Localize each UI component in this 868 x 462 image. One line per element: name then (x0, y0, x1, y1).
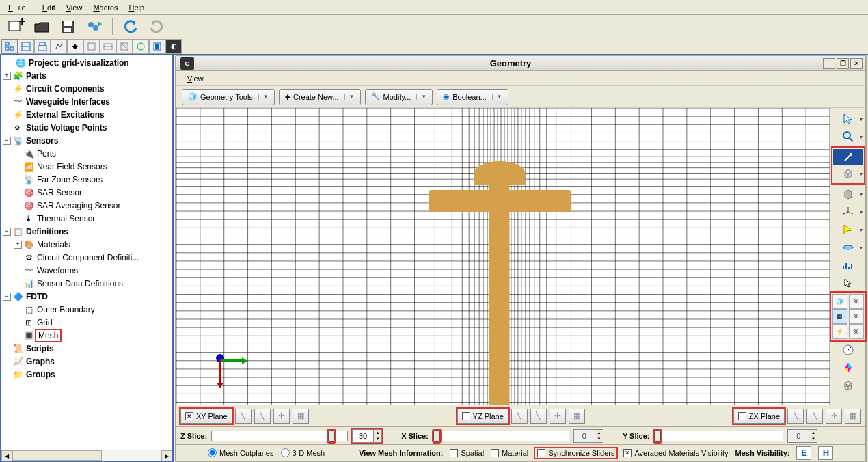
tree-sensor-data-def[interactable]: 📊Sensor Data Definitions (3, 277, 171, 290)
xy-move-button[interactable]: ✢ (273, 409, 290, 424)
spin-up[interactable]: ▲ (373, 430, 381, 436)
layer-1-pct[interactable]: % (849, 294, 864, 309)
project-tree[interactable]: 🌐Project: grid-visualization +🧩Parts ⚡Ci… (1, 55, 172, 382)
zx-diag1-button[interactable]: ╲ (787, 409, 804, 424)
tab-3[interactable] (34, 39, 51, 54)
tab-11[interactable]: ◐ (165, 39, 182, 54)
zx-move-button[interactable]: ✢ (826, 409, 842, 424)
geometry-canvas[interactable] (176, 108, 830, 405)
h-field-button[interactable]: H (818, 446, 833, 460)
tree-outer-boundary[interactable]: ⬚Outer Boundary (3, 303, 171, 316)
layer-3-pct[interactable]: % (849, 324, 864, 339)
yz-plane-toggle[interactable]: YZ Plane (457, 409, 508, 424)
new-project-button[interactable]: + (5, 17, 27, 36)
tree-sar-sensor[interactable]: 🎯SAR Sensor (3, 186, 171, 199)
zoom-tool[interactable]: ▼ (833, 128, 863, 145)
mesh-3d-radio[interactable]: 3-D Mesh (281, 448, 325, 457)
tree-project[interactable]: 🌐Project: grid-visualization (3, 56, 171, 69)
geometry-tools-button[interactable]: 🧊Geometry Tools▼ (182, 89, 275, 105)
spatial-checkbox[interactable]: Spatial (450, 449, 484, 457)
scroll-thumb[interactable] (12, 450, 102, 461)
collapse-icon[interactable]: − (3, 228, 11, 236)
material-checkbox[interactable]: Material (491, 449, 528, 457)
tree-mesh[interactable]: 🔳Mesh (3, 329, 171, 342)
yz-diag2-button[interactable]: ╲ (530, 409, 547, 424)
spin-down[interactable]: ▼ (595, 436, 603, 442)
redo-button[interactable] (146, 17, 167, 36)
close-button[interactable]: ✕ (850, 58, 863, 69)
tree-materials[interactable]: +🎨Materials (3, 238, 171, 251)
collapse-icon[interactable]: − (3, 293, 11, 301)
tab-project-tree[interactable] (1, 39, 18, 54)
select-tool[interactable]: ▼ (833, 111, 863, 127)
xy-diag2-button[interactable]: ╲ (254, 409, 271, 424)
spin-up[interactable]: ▲ (809, 430, 817, 436)
tree-ports[interactable]: 🔌Ports (3, 147, 171, 160)
yz-grid-button[interactable]: ▦ (569, 409, 585, 424)
mesh-cutplanes-radio[interactable]: Mesh Cutplanes (208, 448, 274, 457)
tab-10[interactable] (149, 39, 165, 54)
y-slice-slider[interactable] (653, 431, 783, 441)
tree-far-zone[interactable]: 📡Far Zone Sensors (3, 173, 171, 186)
undo-button[interactable] (120, 17, 141, 36)
modify-button[interactable]: 🔧Modify...▼ (365, 89, 433, 105)
tree-graphs[interactable]: 📈Graphs (3, 355, 171, 368)
expand-icon[interactable]: + (14, 241, 22, 249)
menu-macros[interactable]: Macros (87, 2, 123, 13)
x-slice-value[interactable]: ▲▼ (573, 429, 603, 443)
z-slice-input[interactable] (353, 430, 373, 442)
tree-scripts[interactable]: 📜Scripts (3, 342, 171, 355)
signal-tool[interactable] (836, 257, 860, 273)
orientation-tool[interactable]: ▼ (833, 149, 863, 165)
mesh-wireframe-tool[interactable] (836, 377, 860, 394)
color-tool[interactable] (836, 359, 860, 376)
avg-materials-checkbox[interactable]: ✕Averaged Materials Visibility (623, 449, 728, 457)
geo-menu-view[interactable]: View (182, 73, 209, 84)
xy-plane-toggle[interactable]: ✕XY Plane (180, 409, 232, 424)
tab-2[interactable] (18, 39, 34, 54)
y-slice-input[interactable] (788, 430, 809, 442)
tree-fdtd[interactable]: −🔷FDTD (3, 290, 171, 303)
scroll-left-button[interactable]: ◀ (1, 450, 12, 461)
sync-sliders-checkbox[interactable]: Synchronize Sliders (535, 448, 616, 458)
z-slice-value[interactable]: ▲▼ (352, 429, 382, 443)
tab-7[interactable] (100, 39, 116, 54)
open-button[interactable] (31, 17, 53, 36)
spin-up[interactable]: ▲ (595, 430, 603, 436)
pick-tool[interactable]: ▼ (833, 221, 863, 238)
x-slice-input[interactable] (574, 430, 595, 442)
menu-file[interactable]: File (3, 2, 37, 13)
zx-plane-toggle[interactable]: ZX Plane (733, 409, 785, 424)
z-slice-slider[interactable] (211, 431, 348, 441)
minimize-button[interactable]: — (823, 58, 835, 69)
gauge-tool[interactable] (836, 342, 860, 358)
tree-groups[interactable]: 📁Groups (3, 368, 171, 381)
zx-diag2-button[interactable]: ╲ (806, 409, 823, 424)
tree-waveguide[interactable]: 〰Waveguide Interfaces (3, 95, 171, 108)
tree-external-excitations[interactable]: ⚡External Excitations (3, 108, 171, 121)
spin-down[interactable]: ▼ (373, 436, 381, 442)
pointer-tool[interactable] (836, 275, 860, 291)
tree-static-voltage[interactable]: ⭘Static Voltage Points (3, 121, 171, 134)
menu-view[interactable]: View (61, 2, 88, 13)
expand-icon[interactable]: + (3, 72, 11, 80)
tree-near-field[interactable]: 📶Near Field Sensors (3, 160, 171, 173)
view-cube-tool[interactable]: ▼ (833, 165, 863, 182)
yz-move-button[interactable]: ✢ (550, 409, 566, 424)
tree-circuit-components[interactable]: ⚡Circuit Components (3, 82, 171, 95)
collapse-icon[interactable]: − (3, 137, 11, 145)
zx-grid-button[interactable]: ▦ (845, 409, 861, 424)
maximize-button[interactable]: ❐ (837, 58, 849, 69)
tree-thermal[interactable]: 🌡Thermal Sensor (3, 212, 171, 225)
e-field-button[interactable]: E (796, 446, 811, 460)
tab-6[interactable] (83, 39, 100, 54)
create-new-button[interactable]: +Create New...▼ (279, 89, 361, 105)
xy-diag1-button[interactable]: ╲ (235, 409, 252, 424)
menu-help[interactable]: Help (123, 2, 150, 13)
y-slice-value[interactable]: ▲▼ (787, 429, 817, 443)
save-button[interactable] (57, 17, 79, 36)
axes-tool[interactable]: ▼ (833, 204, 863, 220)
layer-2-pct[interactable]: % (849, 309, 864, 324)
scroll-track[interactable] (12, 450, 161, 461)
spin-down[interactable]: ▼ (809, 436, 817, 442)
